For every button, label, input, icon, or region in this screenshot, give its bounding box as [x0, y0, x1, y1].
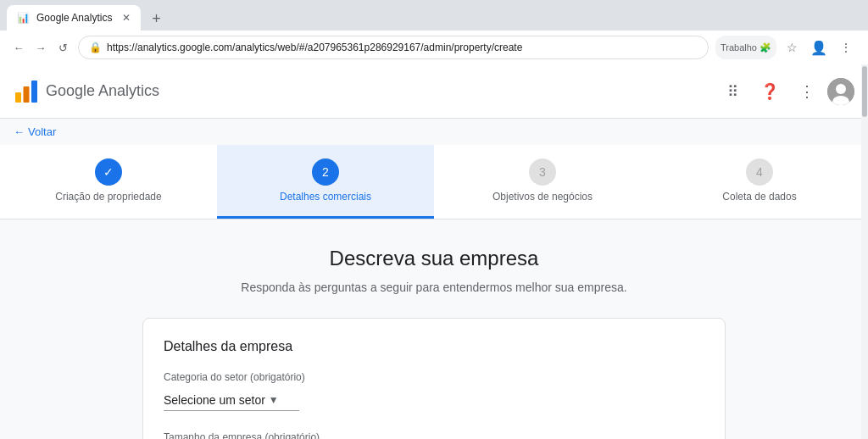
- extensions-btn[interactable]: Trabalho 🧩: [715, 36, 776, 59]
- browser-right-icons: Trabalho 🧩 ☆ 👤 ⋮: [715, 36, 858, 59]
- page-heading: Descreva sua empresa: [142, 247, 726, 270]
- address-bar[interactable]: 🔒 https://analytics.google.com/analytics…: [78, 36, 709, 59]
- step-3[interactable]: 3 Objetivos de negócios: [434, 145, 651, 219]
- tab-bar: 📊 Google Analytics ✕ +: [0, 0, 868, 31]
- active-tab[interactable]: 📊 Google Analytics ✕: [7, 5, 141, 31]
- extensions-icon: 🧩: [760, 42, 771, 53]
- svg-rect-1: [24, 86, 30, 103]
- ga-logo-icon: [14, 79, 39, 104]
- help-icon[interactable]: ❓: [753, 75, 787, 108]
- back-link-label: Voltar: [28, 125, 56, 138]
- app-title: Google Analytics: [46, 82, 159, 100]
- url-suffix: /analytics/web/#/a207965361p286929167/ad…: [232, 42, 522, 53]
- step-1[interactable]: ✓ Criação de propriedade: [0, 145, 217, 219]
- bookmarks-icon[interactable]: ☆: [780, 36, 804, 59]
- sector-caret-icon: ▼: [269, 394, 279, 406]
- address-url: https://analytics.google.com/analytics/w…: [107, 42, 522, 53]
- apps-icon[interactable]: ⠿: [715, 75, 749, 108]
- size-field: Tamanho da empresa (obrigatório) Pequena…: [164, 431, 704, 439]
- main-content: ← Voltar ✓ Criação de propriedade 2 Deta…: [0, 119, 868, 439]
- back-btn[interactable]: ←: [10, 39, 27, 56]
- sector-select[interactable]: Selecione um setor ▼: [164, 390, 299, 411]
- browser-topbar: ← → ↺ 🔒 https://analytics.google.com/ana…: [0, 31, 868, 64]
- scrollbar-rail[interactable]: [861, 64, 868, 439]
- more-btn[interactable]: ⋮: [834, 36, 858, 59]
- forward-btn[interactable]: →: [32, 39, 49, 56]
- tab-favicon: 📊: [17, 12, 30, 24]
- scrollbar-thumb[interactable]: [862, 66, 867, 117]
- svg-rect-0: [15, 92, 21, 103]
- browser-chrome: 📊 Google Analytics ✕ + ← → ↺ 🔒 https://a…: [0, 0, 868, 64]
- app-header: Google Analytics ⠿ ❓ ⋮: [0, 64, 868, 119]
- lock-icon: 🔒: [89, 42, 102, 53]
- step-1-label: Criação de propriedade: [55, 191, 161, 203]
- stepper: ✓ Criação de propriedade 2 Detalhes come…: [0, 145, 868, 220]
- sector-field: Categoria do setor (obrigatório) Selecio…: [164, 371, 704, 431]
- content-area: Descreva sua empresa Responda às pergunt…: [129, 220, 739, 439]
- app-logo: Google Analytics: [14, 79, 159, 104]
- tab-title: Google Analytics: [36, 12, 112, 24]
- step-4-circle: 4: [746, 158, 773, 186]
- back-arrow-icon: ←: [14, 125, 25, 138]
- profile-btn[interactable]: 👤: [807, 36, 831, 59]
- reload-btn[interactable]: ↺: [54, 39, 71, 56]
- sector-label: Categoria do setor (obrigatório): [164, 371, 704, 383]
- sector-select-wrapper: Selecione um setor ▼: [164, 390, 299, 411]
- svg-rect-2: [31, 81, 37, 103]
- step-2-label: Detalhes comerciais: [280, 191, 371, 203]
- browser-controls: ← → ↺: [10, 39, 71, 56]
- trabalho-label: Trabalho: [721, 42, 757, 53]
- step-2-circle: 2: [312, 158, 339, 186]
- avatar[interactable]: [827, 78, 854, 105]
- url-prefix: https://analytics.: [107, 42, 180, 53]
- card-title: Detalhes da empresa: [164, 339, 704, 354]
- page-subtext: Responda às perguntas a seguir para ente…: [142, 281, 726, 294]
- step-4-label: Coleta de dados: [722, 191, 796, 203]
- company-details-card: Detalhes da empresa Categoria do setor (…: [142, 318, 726, 439]
- size-label: Tamanho da empresa (obrigatório): [164, 431, 704, 439]
- tab-close-icon[interactable]: ✕: [122, 12, 131, 24]
- back-link[interactable]: ← Voltar: [0, 119, 70, 145]
- step-3-circle: 3: [529, 158, 556, 186]
- url-domain: google.com: [180, 42, 232, 53]
- new-tab-btn[interactable]: +: [144, 7, 168, 31]
- header-icons: ⠿ ❓ ⋮: [715, 75, 854, 108]
- sector-placeholder: Selecione um setor: [164, 393, 265, 407]
- step-4[interactable]: 4 Coleta de dados: [651, 145, 868, 219]
- step-3-label: Objetivos de negócios: [492, 191, 593, 203]
- svg-point-4: [836, 84, 846, 94]
- step-1-circle: ✓: [95, 158, 122, 186]
- more-options-icon[interactable]: ⋮: [790, 75, 824, 108]
- step-2[interactable]: 2 Detalhes comerciais: [217, 145, 434, 219]
